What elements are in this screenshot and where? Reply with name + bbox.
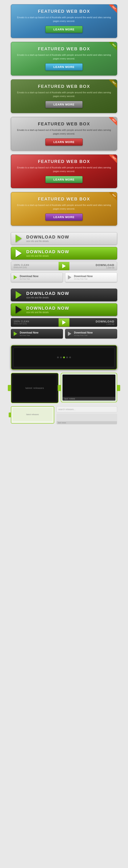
small-widget-label: latest releases [26,413,39,415]
download-btn-dark-green[interactable]: DOWNLOAD NOW size info and file details [11,303,117,316]
featured-boxes-section: FEATURED WEB BOX Envato is a start-up ba… [0,4,128,226]
download-info-arrow-icon [62,264,66,268]
download-small-arrow-icon [14,332,17,336]
download-small-arrow-wrap [65,329,74,338]
news-left-tab [8,385,11,391]
learn-more-button[interactable]: LEARN MORE [45,26,83,33]
hot-badge [108,155,117,164]
latest-releases-inner: latest releases [13,375,56,401]
download-main-text: DOWNLOAD NOW [26,306,117,311]
small-news-label: last news [57,421,117,424]
download-small-row: Download Now No Free Trial Download Now … [11,273,117,282]
download-arrow-icon [15,235,22,242]
download-sub-text: size info and file details [26,311,117,314]
download-btn-dark-plain[interactable]: DOWNLOAD NOW size info and file details [11,289,117,301]
hot-badge [108,192,117,202]
download-light-container: DOWNLOAD NOW size info and file details … [11,232,117,282]
last-news-widget: last news [61,373,117,402]
download-small-arrow-icon [68,332,71,336]
download-clean-label: 100% CLEAN [14,264,59,266]
search-input-widget[interactable]: search releases... [56,406,117,412]
learn-more-button[interactable]: LEARN MORE [45,101,83,108]
box-title: FEATURED WEB BOX [16,46,112,52]
learn-more-button[interactable]: LEARN MORE [45,63,83,70]
media-dot [60,356,62,358]
learn-more-button[interactable]: LEARN MORE [45,214,83,221]
download-info-right: DOWNLOAD 2,459 KB [69,264,117,269]
download-btn-light-plain[interactable]: DOWNLOAD NOW size info and file details [11,232,117,245]
news-section: latest releases last news [11,373,117,403]
download-dark-container: DOWNLOAD NOW size info and file details … [11,289,117,339]
download-arrow-wrap [11,232,26,245]
small-widget-inner: latest releases [12,408,53,421]
download-main-text: DOWNLOAD NOW [26,235,117,240]
download-info-left: 100% CLEAN ENGLISH (US) [11,320,59,325]
download-info-arrow-icon [62,320,66,324]
latest-releases-widget: latest releases [11,373,59,403]
media-widget-dots [57,356,71,358]
hot-badge [108,117,117,126]
download-small-arrow-icon [68,275,71,279]
download-small-btn-2[interactable]: Download Now 30-Day Free Trial [65,273,117,282]
download-info-right: DOWNLOAD 2,459 KB [69,320,117,325]
box-description: Envato is a start-up based out of Austra… [16,16,112,23]
download-arrow-wrap [11,289,26,301]
download-lang-label: ENGLISH (US) [14,266,59,269]
box-description: Envato is a start-up based out of Austra… [16,53,112,60]
small-releases-widget: latest releases [11,406,54,424]
small-widget-left-tab [9,412,11,417]
last-news-wrapper: last news [61,373,117,403]
download-size-label: 2,459 KB [106,323,114,325]
download-arrow-icon [15,306,22,314]
download-small-arrow-wrap [11,273,20,282]
download-small-arrow-wrap [65,273,74,282]
hot-badge [108,42,117,51]
small-releases-wrapper: latest releases [11,406,54,424]
download-dark-small-btn-2[interactable]: Download Now 30-Day Free Trial [65,329,117,339]
download-main-text: DOWNLOAD NOW [26,291,117,296]
download-small-btn-1[interactable]: Download Now No Free Trial [11,273,63,282]
box-title: FEATURED WEB BOX [16,122,112,126]
widget-section: latest releases last news [0,345,128,425]
download-dark-small-btn-1[interactable]: Download Now No Free Trial [11,329,63,339]
download-arrow-wrap [11,247,26,259]
latest-releases-label: latest releases [25,387,44,389]
download-small-text: Download Now No Free Trial [20,331,63,336]
featured-box-green: FEATURED WEB BOX Envato is a start-up ba… [11,42,117,75]
news-widget-right-tab [117,385,120,391]
download-dark-section: DOWNLOAD NOW size info and file details … [0,289,128,339]
last-news-video-area [62,375,116,397]
learn-more-button[interactable]: LEARN MORE [45,138,83,146]
featured-box-gold: FEATURED WEB BOX Envato is a start-up ba… [11,192,117,226]
last-news-dark: last news [62,375,116,401]
learn-more-button[interactable]: LEARN MORE [45,176,83,183]
download-small-text: Download Now No Free Trial [20,275,63,280]
box-title: FEATURED WEB BOX [16,196,112,202]
download-btn-green[interactable]: DOWNLOAD NOW size info and file details [11,247,117,259]
box-title: FEATURED WEB BOX [16,84,112,89]
download-size-label: 2,459 KB [106,267,114,269]
box-description: Envato is a start-up based out of Austra… [16,91,112,98]
media-widget-dark [11,345,117,370]
latest-releases-wrapper: latest releases [11,373,59,403]
download-text-area: DOWNLOAD NOW size info and file details [26,306,117,314]
media-dot [69,356,71,358]
box-description: Envato is a start-up based out of Austra… [16,166,112,173]
download-info-arrow-wrap [59,262,69,270]
download-btn-text: DOWNLOAD [96,320,114,323]
download-text-area: DOWNLOAD NOW size info and file details [26,235,117,242]
small-releases-row: latest releases search releases... last … [11,406,117,425]
download-clean-label: 100% CLEAN [14,320,59,323]
media-dot [57,356,59,358]
media-widget-inner [13,348,115,367]
widget-container: latest releases last news [11,345,117,425]
download-btn-text: DOWNLOAD [96,264,114,267]
download-arrow-icon [15,291,22,299]
download-small-text: Download Now 30-Day Free Trial [74,331,117,336]
media-dot-active [63,356,65,358]
download-info-arrow-wrap [59,318,69,327]
small-input-area: search releases... last news [56,406,117,425]
download-small-text: Download Now 30-Day Free Trial [74,275,117,280]
box-description: Envato is a start-up based out of Austra… [16,203,112,211]
box-description: Envato is a start-up based out of Austra… [16,128,112,135]
